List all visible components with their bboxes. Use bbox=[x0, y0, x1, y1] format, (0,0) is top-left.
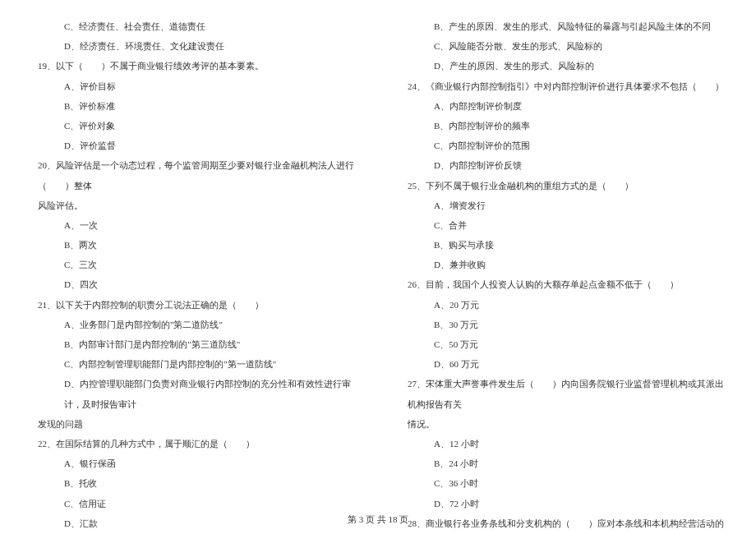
q26-option-a: A、20 万元 bbox=[394, 295, 731, 315]
q24-option-a: A、内部控制评价制度 bbox=[394, 96, 731, 116]
q25-option-c: C、合并 bbox=[394, 215, 731, 235]
q25-stem: 25、下列不属于银行业金融机构的重组方式的是（ ） bbox=[394, 176, 731, 196]
q22-option-c: C、信用证 bbox=[25, 494, 362, 513]
q20-option-d: D、四次 bbox=[25, 274, 362, 294]
q27-option-c: C、36 小时 bbox=[394, 473, 731, 493]
q21-stem: 21、以下关于内部控制的职责分工说法正确的是（ ） bbox=[25, 295, 362, 315]
q25-option-b: B、购买与承接 bbox=[394, 235, 731, 255]
q18-option-d: D、经济责任、环境责任、文化建设责任 bbox=[25, 36, 362, 56]
q21-option-c: C、内部控制管理职能部门是内部控制的"第一道防线" bbox=[25, 354, 362, 374]
q22-option-b: B、托收 bbox=[25, 473, 362, 493]
q20-stem: 20、风险评估是一个动态过程，每个监管周期至少要对银行业金融机构法人进行（ ）整… bbox=[25, 155, 362, 195]
q24-stem: 24、《商业银行内部控制指引》中对内部控制评价进行具体要求不包括（ ） bbox=[394, 76, 731, 96]
q26-option-b: B、30 万元 bbox=[394, 315, 731, 334]
q24-option-c: C、内部控制评价的范围 bbox=[394, 136, 731, 155]
q26-option-d: D、60 万元 bbox=[394, 354, 731, 374]
q24-option-d: D、内部控制评价反馈 bbox=[394, 155, 731, 175]
q21-option-b: B、内部审计部门是内部控制的"第三道防线" bbox=[25, 334, 362, 354]
q27-option-a: A、12 小时 bbox=[394, 434, 731, 453]
q21-option-d: D、内控管理职能部门负责对商业银行内部控制的充分性和有效性进行审计，及时报告审计 bbox=[25, 374, 362, 413]
q27-option-b: B、24 小时 bbox=[394, 453, 731, 473]
q19-stem: 19、以下（ ）不属于商业银行绩效考评的基本要素。 bbox=[25, 56, 362, 76]
q23-option-c: C、风险能否分散、发生的形式、风险标的 bbox=[394, 36, 731, 56]
left-column: C、经济责任、社会责任、道德责任 D、经济责任、环境责任、文化建设责任 19、以… bbox=[25, 16, 362, 534]
q20-option-a: A、一次 bbox=[25, 215, 362, 235]
q27-stem: 27、宋体重大声誉事件发生后（ ）内向国务院银行业监督管理机构或其派出机构报告有… bbox=[394, 374, 731, 413]
q23-option-b: B、产生的原因、发生的形式、风险特征的暴露与引起风险主体的不同 bbox=[394, 16, 731, 36]
q20-stem-cont: 风险评估。 bbox=[25, 196, 362, 215]
q19-option-b: B、评价标准 bbox=[25, 96, 362, 116]
q26-stem: 26、目前，我国个人投资人认购的大额存单起点金额不低于（ ） bbox=[394, 274, 731, 294]
q20-option-b: B、两次 bbox=[25, 235, 362, 255]
q19-option-d: D、评价监督 bbox=[25, 136, 362, 155]
q25-option-a: A、增资发行 bbox=[394, 196, 731, 215]
q23-option-d: D、产生的原因、发生的形式、风险标的 bbox=[394, 56, 731, 76]
q22-option-a: A、银行保函 bbox=[25, 453, 362, 473]
page-footer: 第 3 页 共 18 页 bbox=[0, 513, 756, 526]
q27-stem-cont: 情况。 bbox=[394, 414, 731, 434]
q25-option-d: D、兼并收购 bbox=[394, 255, 731, 274]
q21-option-d-cont: 发现的问题 bbox=[25, 414, 362, 434]
right-column: B、产生的原因、发生的形式、风险特征的暴露与引起风险主体的不同 C、风险能否分散… bbox=[394, 16, 731, 534]
q21-option-a: A、业务部门是内部控制的"第二道防线" bbox=[25, 315, 362, 334]
q20-option-c: C、三次 bbox=[25, 255, 362, 274]
q22-stem: 22、在国际结算的几种方式中，属于顺汇的是（ ） bbox=[25, 434, 362, 453]
q27-option-d: D、72 小时 bbox=[394, 494, 731, 513]
q19-option-a: A、评价目标 bbox=[25, 76, 362, 96]
q26-option-c: C、50 万元 bbox=[394, 334, 731, 354]
q18-option-c: C、经济责任、社会责任、道德责任 bbox=[25, 16, 362, 36]
q19-option-c: C、评价对象 bbox=[25, 116, 362, 136]
q24-option-b: B、内部控制评价的频率 bbox=[394, 116, 731, 136]
page-content: C、经济责任、社会责任、道德责任 D、经济责任、环境责任、文化建设责任 19、以… bbox=[0, 0, 756, 534]
